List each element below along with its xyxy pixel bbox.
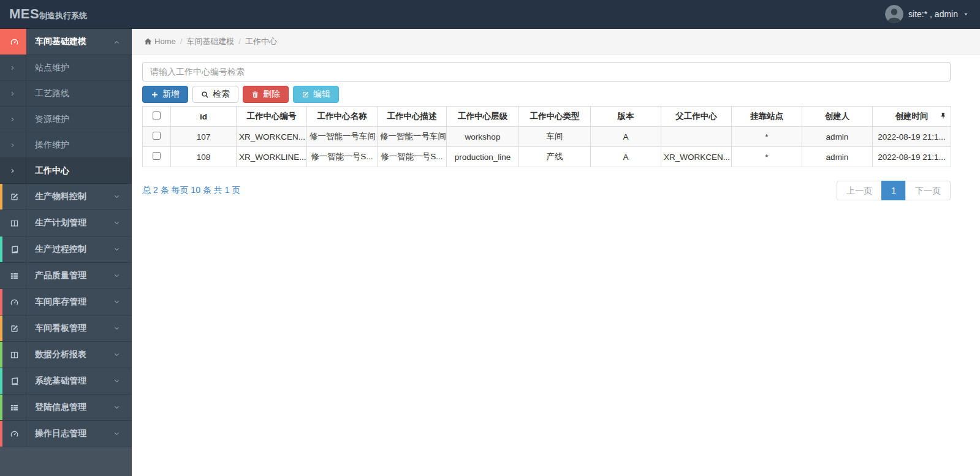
column-header: 工作中心名称 [307, 107, 378, 127]
column-header-label: 版本 [618, 111, 634, 121]
sidebar-item-icon-col [2, 315, 26, 341]
caret-down-icon [963, 11, 969, 17]
breadcrumb-label: 车间基础建模 [186, 36, 234, 47]
sidebar-item-chevron [113, 289, 132, 315]
search-input[interactable] [142, 62, 951, 81]
row-checkbox-cell [143, 127, 171, 147]
sidebar-item-icon-col [2, 184, 26, 210]
sidebar-item[interactable]: 车间基础建模 [0, 29, 132, 55]
column-header-label: 工作中心层级 [458, 111, 507, 121]
sidebar-item-icon-col [2, 210, 26, 236]
chevron-down-icon [113, 352, 120, 358]
breadcrumb-label: Home [154, 37, 176, 46]
sidebar-item[interactable]: 生产物料控制 [0, 184, 132, 210]
row-checkbox[interactable] [153, 152, 161, 160]
sidebar-item-chevron [113, 315, 132, 341]
sidebar-item[interactable]: 车间库存管理 [0, 289, 132, 315]
table-cell: XR_WORKCEN... [237, 127, 307, 147]
sidebar-item[interactable]: 生产计划管理 [0, 210, 132, 236]
column-header: id [171, 107, 237, 127]
breadcrumb-separator: / [238, 37, 241, 46]
sidebar-item-chevron [113, 342, 132, 368]
button-label: 新增 [162, 89, 180, 100]
sidebar-subitem[interactable]: 站点维护 [0, 55, 132, 81]
subitem-chevron-col [0, 55, 26, 80]
chevron-down-icon [113, 273, 120, 279]
row-checkbox[interactable] [153, 132, 161, 140]
pencil-square-icon [10, 324, 19, 333]
search-button[interactable]: 检索 [192, 86, 238, 103]
table-row[interactable]: 107XR_WORKCEN...修一智能一号车间修一智能一号车间workshop… [143, 127, 951, 147]
edit-icon [302, 91, 310, 99]
column-header-label: 挂靠站点 [750, 111, 783, 121]
button-label: 检索 [213, 89, 230, 100]
edit-button[interactable]: 编辑 [293, 86, 339, 103]
sidebar-item[interactable]: 数据分析报表 [0, 342, 132, 368]
table-row[interactable]: 108XR_WORKLINE...修一智能一号S...修一智能一号S...pro… [143, 147, 951, 167]
sidebar-item[interactable]: 系统基础管理 [0, 368, 132, 395]
breadcrumb-separator: / [180, 37, 183, 46]
breadcrumb-label: 工作中心 [245, 36, 277, 47]
column-header: 挂靠站点 [732, 107, 802, 127]
sidebar-item[interactable]: 登陆信息管理 [0, 395, 132, 421]
delete-button[interactable]: 删除 [243, 86, 289, 103]
pencil-square-icon [10, 192, 19, 202]
next-page-button[interactable]: 下一页 [905, 181, 951, 200]
chevron-right-icon [10, 116, 16, 123]
sidebar-item-label: 生产过程控制 [26, 236, 113, 262]
column-header: 工作中心描述 [378, 107, 447, 127]
list-icon [10, 403, 19, 412]
chevron-down-icon [113, 378, 120, 385]
pagination-summary: 总 2 条 每页 10 条 共 1 页 [142, 185, 240, 196]
book-icon [10, 377, 19, 386]
page-1-button[interactable]: 1 [881, 181, 906, 200]
sidebar-item-chevron [113, 368, 132, 394]
table-cell: workshop [447, 127, 519, 147]
table-cell: production_line [447, 147, 519, 167]
sidebar-subitem[interactable]: 操作维护 [0, 132, 132, 158]
workcenter-table: id工作中心编号工作中心名称工作中心描述工作中心层级工作中心类型版本父工作中心挂… [142, 106, 951, 167]
column-header: 父工作中心 [661, 107, 732, 127]
table-cell: 修一智能一号S... [378, 147, 447, 167]
chevron-down-icon [113, 246, 120, 253]
sidebar-subitem[interactable]: 工作中心 [0, 158, 132, 184]
breadcrumb-item[interactable]: Home [144, 37, 176, 46]
sidebar-subitem-label: 工作中心 [26, 158, 132, 183]
user-menu[interactable]: site:* , admin [874, 0, 980, 28]
pin-icon[interactable] [940, 112, 947, 119]
sidebar-subitem[interactable]: 工艺路线 [0, 81, 132, 107]
table-cell: 107 [171, 127, 237, 147]
sidebar-item[interactable]: 车间看板管理 [0, 315, 132, 342]
sidebar-item-icon-col [2, 263, 26, 289]
sidebar-item[interactable]: 生产过程控制 [0, 236, 132, 263]
button-label: 编辑 [313, 89, 330, 100]
breadcrumb-item[interactable]: 车间基础建模 [186, 36, 234, 47]
prev-page-button[interactable]: 上一页 [837, 181, 882, 200]
chevron-right-icon [10, 142, 16, 148]
table-cell: 修一智能一号车间 [307, 127, 378, 147]
select-all-checkbox[interactable] [153, 111, 161, 119]
sidebar-submenu: 站点维护工艺路线资源维护操作维护工作中心 [0, 55, 132, 184]
breadcrumb-item: 工作中心 [245, 36, 277, 47]
dashboard-icon [10, 37, 19, 47]
sidebar-item-label: 车间看板管理 [26, 315, 113, 341]
columns-icon [10, 350, 19, 360]
table-cell: 修一智能一号S... [307, 147, 378, 167]
sidebar-item-chevron [113, 184, 132, 210]
pagination: 上一页 1 下一页 [837, 181, 951, 200]
sidebar-subitem-label: 工艺路线 [26, 81, 132, 106]
chevron-down-icon [113, 220, 120, 227]
sidebar-item[interactable]: 操作日志管理 [0, 421, 132, 447]
add-button[interactable]: 新增 [142, 86, 188, 103]
sidebar-item-label: 产品质量管理 [26, 263, 113, 289]
book-icon [10, 245, 19, 254]
sidebar-subitem-label: 操作维护 [26, 132, 132, 157]
sidebar-item-label: 车间基础建模 [26, 29, 113, 55]
sidebar-item[interactable]: 产品质量管理 [0, 263, 132, 289]
column-header-label: 工作中心名称 [317, 111, 367, 121]
button-label: 删除 [263, 89, 280, 100]
table-cell: 修一智能一号车间 [378, 127, 447, 147]
table-footer: 总 2 条 每页 10 条 共 1 页 上一页 1 下一页 [142, 181, 951, 200]
subitem-chevron-col [0, 81, 26, 106]
sidebar-subitem[interactable]: 资源维护 [0, 107, 132, 132]
